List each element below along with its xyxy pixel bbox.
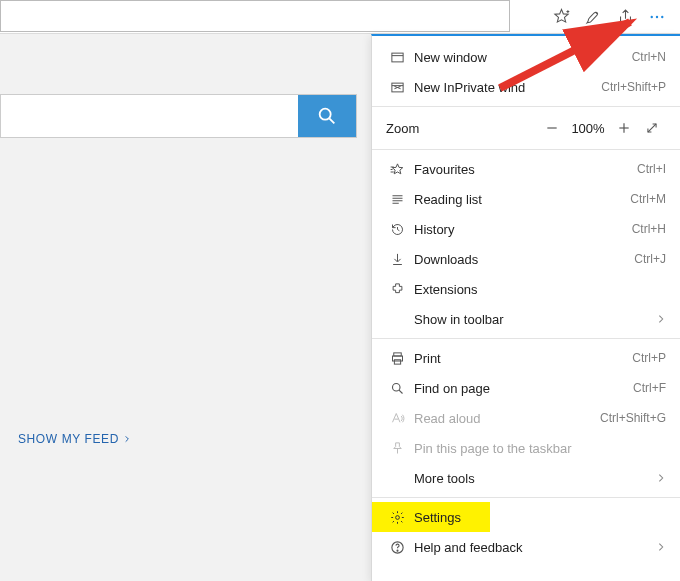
svg-point-4: [661, 15, 663, 17]
help-icon: [386, 540, 408, 555]
menu-shortcut: Ctrl+H: [632, 222, 666, 236]
menu-shortcut: Ctrl+F: [633, 381, 666, 395]
svg-point-29: [395, 515, 399, 519]
search-icon: [386, 381, 408, 396]
menu-new-window[interactable]: New window Ctrl+N: [372, 42, 680, 72]
reading-list-icon: [386, 192, 408, 207]
page-content: SHOW MY FEED New window Ctrl+N New InPri…: [0, 34, 680, 581]
menu-separator: [372, 497, 680, 498]
menu-shortcut: Ctrl+N: [632, 50, 666, 64]
menu-label: Read aloud: [414, 411, 600, 426]
history-icon: [386, 222, 408, 237]
svg-point-3: [656, 15, 658, 17]
menu-label: Reading list: [414, 192, 630, 207]
menu-shortcut: Ctrl+I: [637, 162, 666, 176]
svg-rect-7: [391, 53, 402, 62]
zoom-out-button[interactable]: [538, 114, 566, 142]
menu-help-feedback[interactable]: Help and feedback: [372, 532, 680, 562]
menu-reading-list[interactable]: Reading list Ctrl+M: [372, 184, 680, 214]
svg-rect-26: [394, 359, 400, 363]
inprivate-icon: [386, 80, 408, 95]
menu-print[interactable]: Print Ctrl+P: [372, 343, 680, 373]
svg-point-31: [397, 550, 398, 551]
share-icon[interactable]: [616, 8, 634, 26]
more-icon[interactable]: [648, 8, 666, 26]
browser-toolbar: [0, 0, 680, 34]
download-icon: [386, 252, 408, 267]
menu-zoom: Zoom 100%: [372, 111, 680, 145]
menu-find-on-page[interactable]: Find on page Ctrl+F: [372, 373, 680, 403]
extensions-icon: [386, 282, 408, 297]
menu-label: More tools: [414, 471, 656, 486]
address-bar[interactable]: [0, 0, 510, 32]
menu-read-aloud: Read aloud Ctrl+Shift+G: [372, 403, 680, 433]
star-icon: [386, 162, 408, 177]
menu-history[interactable]: History Ctrl+H: [372, 214, 680, 244]
svg-point-27: [392, 383, 400, 391]
menu-pin-taskbar: Pin this page to the taskbar: [372, 433, 680, 463]
fullscreen-button[interactable]: [638, 114, 666, 142]
menu-label: Show in toolbar: [414, 312, 656, 327]
window-icon: [386, 50, 408, 65]
menu-more-tools[interactable]: More tools: [372, 463, 680, 493]
menu-separator: [372, 338, 680, 339]
zoom-value: 100%: [566, 121, 610, 136]
show-my-feed-label: SHOW MY FEED: [18, 432, 119, 446]
favourites-icon[interactable]: [552, 8, 570, 26]
toolbar-actions: [542, 0, 680, 33]
svg-line-6: [329, 118, 334, 123]
chevron-right-icon: [123, 435, 131, 443]
read-aloud-icon: [386, 411, 408, 426]
pen-icon[interactable]: [584, 8, 602, 26]
gear-icon: [386, 510, 408, 525]
svg-line-14: [648, 124, 656, 132]
pin-icon: [386, 441, 408, 456]
menu-shortcut: Ctrl+Shift+P: [601, 80, 666, 94]
zoom-label: Zoom: [386, 121, 538, 136]
chevron-right-icon: [656, 473, 666, 483]
menu-label: New InPrivate wind: [414, 80, 601, 95]
zoom-in-button[interactable]: [610, 114, 638, 142]
menu-label: Settings: [414, 510, 476, 525]
menu-label: Print: [414, 351, 632, 366]
menu-separator: [372, 149, 680, 150]
chevron-right-icon: [656, 542, 666, 552]
menu-shortcut: Ctrl+M: [630, 192, 666, 206]
menu-label: New window: [414, 50, 632, 65]
menu-label: History: [414, 222, 632, 237]
search-box: [0, 94, 357, 138]
print-icon: [386, 351, 408, 366]
chevron-right-icon: [656, 314, 666, 324]
menu-new-inprivate[interactable]: New InPrivate wind Ctrl+Shift+P: [372, 72, 680, 102]
menu-shortcut: Ctrl+J: [634, 252, 666, 266]
address-bar-wrap: [0, 0, 542, 33]
menu-label: Downloads: [414, 252, 634, 267]
menu-label: Favourites: [414, 162, 637, 177]
svg-line-28: [399, 390, 402, 393]
more-menu: New window Ctrl+N New InPrivate wind Ctr…: [371, 34, 680, 581]
menu-label: Extensions: [414, 282, 666, 297]
show-my-feed-link[interactable]: SHOW MY FEED: [18, 432, 131, 446]
menu-show-in-toolbar[interactable]: Show in toolbar: [372, 304, 680, 334]
menu-label: Find on page: [414, 381, 633, 396]
menu-extensions[interactable]: Extensions: [372, 274, 680, 304]
menu-favourites[interactable]: Favourites Ctrl+I: [372, 154, 680, 184]
menu-separator: [372, 106, 680, 107]
menu-settings[interactable]: Settings: [372, 502, 490, 532]
menu-downloads[interactable]: Downloads Ctrl+J: [372, 244, 680, 274]
search-input[interactable]: [1, 95, 298, 137]
menu-shortcut: Ctrl+Shift+G: [600, 411, 666, 425]
menu-shortcut: Ctrl+P: [632, 351, 666, 365]
menu-label: Help and feedback: [414, 540, 656, 555]
menu-label: Pin this page to the taskbar: [414, 441, 666, 456]
svg-point-5: [320, 109, 331, 120]
svg-point-2: [651, 15, 653, 17]
search-button[interactable]: [298, 95, 356, 137]
